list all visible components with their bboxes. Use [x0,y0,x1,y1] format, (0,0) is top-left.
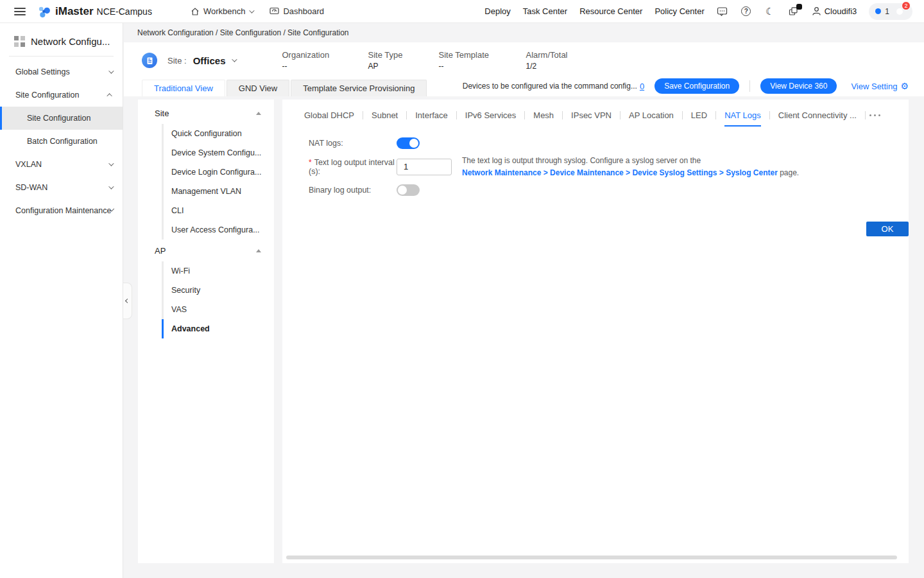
sidebar-collapse-handle[interactable] [123,283,132,319]
sidebar-title: Network Configu... [0,23,123,56]
chevron-down-icon [108,68,114,73]
nat-logs-toggle[interactable] [397,137,420,149]
chevron-down-icon [108,161,114,166]
tab-ap-location[interactable]: AP Location [629,107,674,124]
sidebar-item-site-configuration[interactable]: Site Configuration [0,107,123,130]
tree-group-ap[interactable]: AP [138,240,274,261]
nav-deploy[interactable]: Deploy [484,6,510,16]
view-device-360-button[interactable]: View Device 360 [760,78,837,94]
field-site-template: Site Template -- [438,50,526,71]
sidebar-item-configuration-maintenance[interactable]: Configuration Maintenance [0,199,123,222]
settings-panel: Global DHCP Subnet Interface IPv6 Servic… [282,100,909,563]
panels: Site Quick Configuration Device System C… [138,100,909,563]
view-setting-link[interactable]: View Setting ⚙ [851,82,909,91]
ok-button[interactable]: OK [866,222,909,236]
field-site-type: Site Type AP [368,50,438,71]
sidebar-item-global-settings[interactable]: Global Settings [0,60,123,83]
user-icon [812,6,821,16]
config-tree-panel: Site Quick Configuration Device System C… [138,100,274,563]
status-pill[interactable]: 1 2 [869,3,912,20]
home-icon [191,7,200,16]
tree-group-site[interactable]: Site [138,102,274,124]
binary-log-toggle[interactable] [397,184,420,196]
tree-item-vas[interactable]: VAS [162,300,274,319]
tree-site-items: Quick Configuration Device System Config… [162,124,274,240]
tree-item-management-vlan[interactable]: Management VLAN [162,182,274,201]
tab-traditional-view[interactable]: Traditional View [142,80,225,96]
nat-logs-row: NAT logs: [309,132,893,155]
horizontal-scrollbar[interactable] [286,556,903,559]
dark-mode-moon-icon[interactable]: ☾ [764,6,776,17]
sidebar-item-batch-configuration[interactable]: Batch Configuration [0,130,123,153]
binary-log-label: Binary log output: [309,186,397,195]
username: Cloudifi3 [825,6,857,16]
tree-item-user-access-configuration[interactable]: User Access Configura... [162,220,274,240]
dashboard-icon [270,7,279,15]
user-menu[interactable]: Cloudifi3 [812,6,857,16]
tree-item-cli[interactable]: CLI [162,201,274,220]
field-organization: Organization -- [282,50,368,71]
collapse-triangle-icon [256,249,261,252]
sidebar-item-site-configuration-group[interactable]: Site Configuration [0,83,123,107]
nav-policy-center[interactable]: Policy Center [654,6,704,16]
chevron-left-icon [125,299,130,303]
brand-logo: iMaster NCE-Campus [37,4,152,19]
interval-help: The text log is output through syslog. C… [462,155,799,179]
notification-badge-dot [796,4,802,10]
notice-ring[interactable]: 2 [893,5,906,18]
brand-product: NCE-Campus [97,6,152,17]
package-notifications-icon[interactable] [788,6,800,17]
tab-template-service-provisioning[interactable]: Template Service Provisioning [291,80,427,96]
interval-label: Text log output interval (s): [309,158,397,176]
site-name-dropdown[interactable]: Offices [193,55,226,66]
site-icon [142,53,157,68]
tab-global-dhcp[interactable]: Global DHCP [304,107,354,124]
interval-input[interactable] [397,159,452,175]
sidebar-item-vxlan[interactable]: VXLAN [0,153,123,176]
content-tabs: Global DHCP Subnet Interface IPv6 Servic… [298,100,893,130]
chevron-down-icon[interactable] [232,57,237,62]
app-sidebar: Network Configu... Global Settings Site … [0,23,123,578]
imaster-logo-icon [37,4,51,19]
hamburger-menu-icon[interactable] [14,6,26,17]
tab-ipv6-services[interactable]: IPv6 Services [465,107,516,124]
help-icon[interactable]: ? [740,6,752,17]
tab-nat-logs[interactable]: NAT Logs [724,107,761,124]
tree-item-device-system-configuration[interactable]: Device System Configu... [162,143,274,162]
more-tabs-ellipsis-icon[interactable] [868,110,882,120]
help-text: The text log is output through syslog. C… [462,156,701,165]
alarm-count: 1 [885,7,889,16]
dashboard-label: Dashboard [283,6,324,16]
tree-item-security[interactable]: Security [162,281,274,300]
view-tabs-row: Traditional View GND View Template Servi… [124,78,924,96]
nat-logs-form: NAT logs: Text log output interval (s): … [298,132,893,202]
syslog-center-link[interactable]: Network Maintenance > Device Maintenance… [462,168,778,177]
workbench-menu[interactable]: Workbench [191,6,253,16]
tab-subnet[interactable]: Subnet [372,107,398,124]
tab-led[interactable]: LED [691,107,707,124]
notice-count-badge: 2 [902,1,911,10]
top-bar: iMaster NCE-Campus Workbench Dashboard D… [0,0,924,23]
nav-resource-center[interactable]: Resource Center [579,6,642,16]
tree-item-wifi[interactable]: Wi-Fi [162,261,274,281]
scrollbar-thumb[interactable] [286,556,897,559]
tab-interface[interactable]: Interface [415,107,448,124]
tree-item-device-login-configuration[interactable]: Device Login Configura... [162,162,274,182]
devices-count-link[interactable]: 0 [640,82,644,91]
sidebar-item-sd-wan[interactable]: SD-WAN [0,176,123,199]
content-region: Network Configuration / Site Configurati… [124,23,924,578]
tree-item-quick-configuration[interactable]: Quick Configuration [162,124,274,143]
save-configuration-button[interactable]: Save Configuration [654,78,739,94]
dashboard-menu[interactable]: Dashboard [270,6,324,16]
grid-apps-icon [14,36,25,47]
tab-gnd-view[interactable]: GND View [227,80,289,96]
site-info-row: Site : Offices Organization -- Site Type… [124,42,924,78]
tab-mesh[interactable]: Mesh [533,107,554,124]
nav-task-center[interactable]: Task Center [523,6,567,16]
tab-ipsec-vpn[interactable]: IPsec VPN [571,107,612,124]
tree-item-advanced[interactable]: Advanced [162,319,274,338]
toolbar-divider [749,80,750,92]
interval-row: Text log output interval (s): The text l… [309,155,893,179]
feedback-bubble-icon[interactable] [717,6,728,17]
tab-client-connectivity[interactable]: Client Connectivity ... [778,107,857,124]
